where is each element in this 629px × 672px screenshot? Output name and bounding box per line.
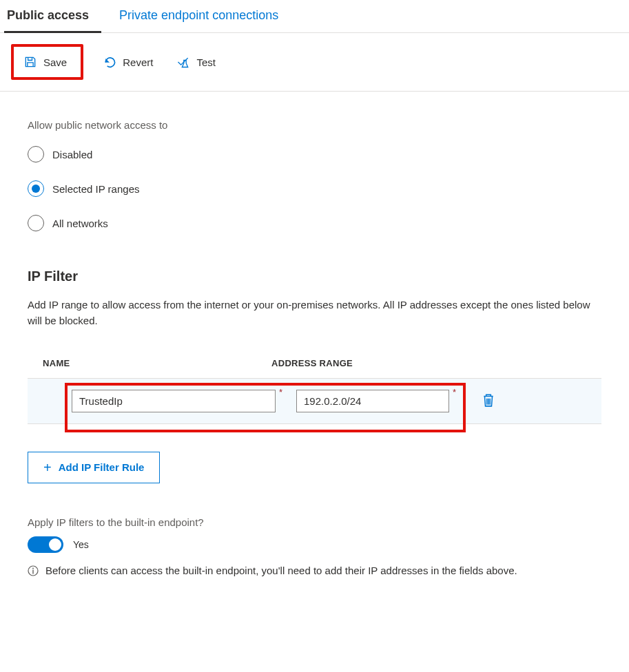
builtin-question: Apply IP filters to the built-in endpoin… xyxy=(28,516,601,528)
ip-filter-title: IP Filter xyxy=(28,269,601,284)
radio-icon xyxy=(28,215,44,231)
column-name: NAME xyxy=(43,358,271,368)
name-field-wrap: * xyxy=(39,390,276,412)
add-ip-filter-button[interactable]: + Add IP Filter Rule xyxy=(28,452,160,483)
revert-label: Revert xyxy=(123,56,153,68)
radio-all-networks[interactable]: All networks xyxy=(28,215,601,231)
radio-disabled[interactable]: Disabled xyxy=(28,146,601,162)
content-area: Allow public network access to Disabled … xyxy=(0,92,629,592)
ip-filter-table: NAME ADDRESS RANGE * * xyxy=(28,358,601,424)
radio-selected-ip-ranges[interactable]: Selected IP ranges xyxy=(28,180,601,197)
tab-label: Public access xyxy=(7,8,89,22)
ip-filter-description: Add IP range to allow access from the in… xyxy=(28,297,601,329)
delete-row-button[interactable] xyxy=(480,390,497,412)
address-field-wrap: * xyxy=(296,390,449,412)
radio-icon xyxy=(28,180,44,197)
test-button[interactable]: Test xyxy=(172,52,220,72)
required-marker: * xyxy=(453,387,456,397)
tab-label: Private endpoint connections xyxy=(119,8,278,22)
address-input[interactable] xyxy=(296,390,449,412)
column-address: ADDRESS RANGE xyxy=(271,358,451,368)
name-input[interactable] xyxy=(72,390,276,412)
toolbar: Save Revert Test xyxy=(0,33,629,92)
save-button[interactable]: Save xyxy=(19,52,71,72)
info-text: Before clients can access the built-in e… xyxy=(45,563,517,578)
builtin-toggle-row: Yes xyxy=(28,536,601,553)
table-row: * * xyxy=(28,378,601,424)
revert-button[interactable]: Revert xyxy=(99,52,157,72)
tab-bar: Public access Private endpoint connectio… xyxy=(0,0,629,33)
svg-point-1 xyxy=(32,567,34,569)
svg-rect-2 xyxy=(32,569,33,574)
table-header: NAME ADDRESS RANGE xyxy=(28,358,601,378)
radio-label: Disabled xyxy=(52,149,92,160)
radio-icon xyxy=(28,146,44,162)
save-label: Save xyxy=(43,56,67,68)
save-icon xyxy=(23,55,37,69)
highlight-save: Save xyxy=(11,44,83,80)
plus-icon: + xyxy=(43,461,52,474)
builtin-info: Before clients can access the built-in e… xyxy=(28,563,601,578)
radio-label: Selected IP ranges xyxy=(52,183,139,195)
builtin-toggle[interactable] xyxy=(28,536,63,553)
access-label: Allow public network access to xyxy=(28,119,601,131)
add-button-label: Add IP Filter Rule xyxy=(59,461,145,473)
revert-icon xyxy=(103,55,116,69)
tab-public-access[interactable]: Public access xyxy=(4,0,101,32)
trash-icon xyxy=(482,393,495,407)
toggle-knob xyxy=(49,538,61,551)
test-label: Test xyxy=(196,56,216,68)
info-icon xyxy=(28,565,39,576)
radio-label: All networks xyxy=(52,218,108,229)
tab-private-endpoint[interactable]: Private endpoint connections xyxy=(116,0,291,32)
toggle-value-label: Yes xyxy=(73,539,89,550)
required-marker: * xyxy=(279,387,282,397)
access-radio-group: Disabled Selected IP ranges All networks xyxy=(28,146,601,231)
test-icon xyxy=(176,55,190,69)
